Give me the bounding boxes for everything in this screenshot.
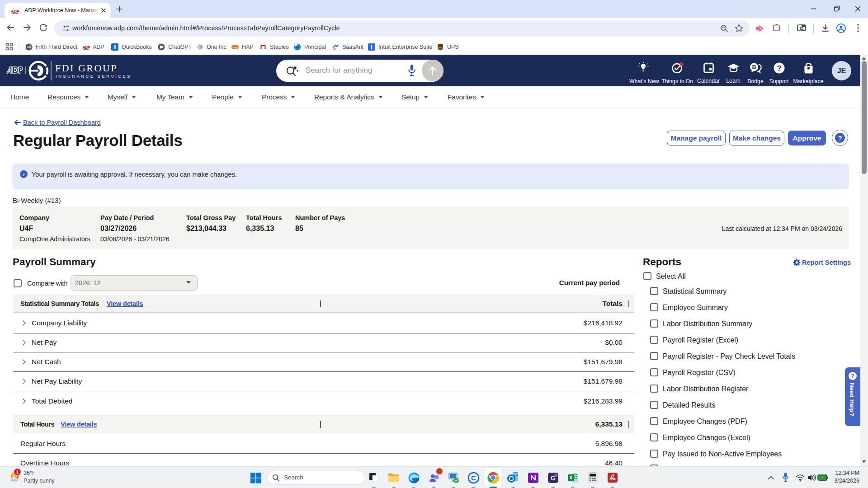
svg-text:ups: ups (438, 46, 443, 48)
svg-text:C: C (471, 474, 476, 482)
svg-text:hap: hap (233, 46, 238, 48)
svg-text:ADP: ADP (11, 9, 19, 14)
svg-text:B: B (752, 64, 756, 70)
svg-text:?: ? (777, 64, 781, 73)
svg-text:ADP: ADP (82, 45, 90, 49)
